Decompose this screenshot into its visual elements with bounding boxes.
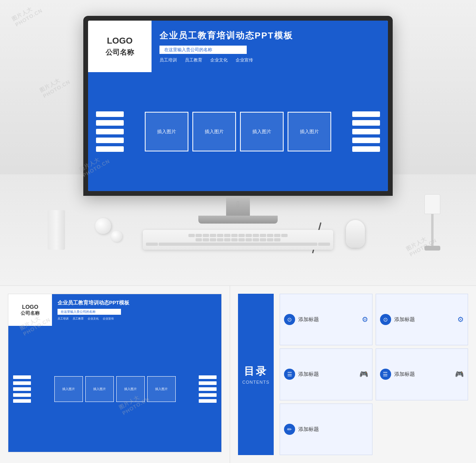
content-item-text-5: 添加标题 [298, 426, 319, 433]
cylinder-vase [48, 210, 65, 250]
key [274, 234, 280, 237]
bottom-right-panel: 目录 CONTENTS ⊙ 添加标题 ⚙ ⊙ 添加标题 ⚙ ☰ 添加标题 🎮 [230, 286, 476, 463]
monitor-body: LOGO 公司名称 企业员工教育培训动态PPT模板 在这里输入贵公司的名称 员工… [83, 16, 393, 196]
key [238, 234, 245, 237]
gear-icon-1: ⚙ [362, 315, 368, 324]
thumb-company: 公司名称 [21, 310, 40, 317]
monitor: LOGO 公司名称 企业员工教育培训动态PPT模板 在这里输入贵公司的名称 员工… [83, 16, 393, 224]
content-empty [376, 404, 468, 455]
key [210, 234, 216, 237]
thumb-logo-text: LOGO [22, 304, 38, 310]
slide-tag-2: 员工教育 [185, 57, 202, 63]
content-item-text-3: 添加标题 [298, 371, 319, 378]
key [217, 238, 223, 241]
decorative-ball-2 [111, 231, 122, 242]
monitor-screen: LOGO 公司名称 企业员工教育培训动态PPT模板 在这里输入贵公司的名称 员工… [88, 21, 388, 191]
slide-tags: 员工培训 员工教育 企业文化 企业宣传 [159, 57, 380, 63]
stripe [352, 146, 380, 152]
key [224, 234, 230, 237]
content-item-5: ✏ 添加标题 [280, 404, 372, 455]
thumb-tag-2: 员工教育 [73, 317, 84, 321]
thumb-stripe [199, 399, 217, 403]
bottom-left-panel: LOGO 公司名称 企业员工教育培训动态PPT模板 在这里输入贵公司的名称 员工… [0, 286, 230, 463]
content-item-text-4: 添加标题 [394, 371, 415, 378]
stripes-right [352, 111, 380, 152]
content-icon-4: ☰ [380, 369, 391, 380]
key [231, 234, 238, 237]
key [318, 243, 330, 246]
stripe [96, 146, 124, 152]
bottom-section: LOGO 公司名称 企业员工教育培训动态PPT模板 在这里输入贵公司的名称 员工… [0, 285, 476, 463]
stripe [96, 129, 124, 134]
slide-tag-1: 员工培训 [159, 57, 177, 63]
slide-main: LOGO 公司名称 企业员工教育培训动态PPT模板 在这里输入贵公司的名称 员工… [88, 21, 388, 191]
thumb-img-3: 插入图片 [116, 376, 145, 402]
thumb-image-grid: 插入图片 插入图片 插入图片 插入图片 [33, 376, 196, 402]
key [260, 238, 266, 241]
contents-main-label-text: 目录 [244, 364, 268, 378]
thumb-stripe [13, 393, 31, 397]
stripe [96, 120, 124, 126]
keyboard-row-3 [146, 243, 330, 246]
slide-title-area: 企业员工教育培训动态PPT模板 在这里输入贵公司的名称 员工培训 员工教育 企业… [152, 21, 388, 72]
slide-logo-box: LOGO 公司名称 [88, 21, 152, 72]
key [196, 234, 202, 237]
side-lamp [420, 194, 444, 258]
thumb-main-title: 企业员工教育培训动态PPT模板 [58, 299, 216, 306]
key [246, 234, 252, 237]
slide-thumbnail: LOGO 公司名称 企业员工教育培训动态PPT模板 在这里输入贵公司的名称 员工… [8, 294, 222, 452]
thumb-stripe [13, 387, 31, 391]
stripe [96, 111, 124, 117]
slide-tag-4: 企业宣传 [236, 57, 253, 63]
thumb-img-2: 插入图片 [85, 376, 114, 402]
content-item-text-1: 添加标题 [298, 316, 319, 323]
image-placeholder-3: 插入图片 [240, 112, 284, 151]
thumb-subtitle: 在这里输入贵公司的名称 [58, 309, 121, 315]
key [203, 238, 209, 241]
slide-main-title: 企业员工教育培训动态PPT模板 [159, 30, 380, 42]
keyboard [143, 230, 333, 250]
key [217, 234, 223, 237]
stripe [96, 138, 124, 143]
lamp-shade [424, 194, 440, 214]
thumb-tag-1: 员工培训 [58, 317, 69, 321]
thumb-header: LOGO 公司名称 企业员工教育培训动态PPT模板 在这里输入贵公司的名称 员工… [8, 294, 221, 326]
stripe [352, 129, 380, 134]
content-item-1: ⊙ 添加标题 ⚙ [280, 294, 372, 345]
image-placeholder-1: 插入图片 [145, 112, 188, 151]
keyboard-row-2 [146, 238, 330, 241]
image-placeholder-2: 插入图片 [192, 112, 236, 151]
content-icon-2: ⊙ [380, 314, 391, 325]
key [253, 238, 259, 241]
thumb-tags: 员工培训 员工教育 企业文化 企业宣传 [58, 317, 216, 321]
slide-logo-text: LOGO [107, 36, 133, 46]
thumb-img-1: 插入图片 [54, 376, 83, 402]
gamepad-icon-1: 🎮 [359, 370, 368, 379]
key [238, 238, 245, 241]
slide-tag-3: 企业文化 [210, 57, 228, 63]
keyboard-row-1 [146, 234, 330, 237]
slide-company-name: 公司名称 [106, 48, 134, 57]
key [274, 238, 280, 241]
top-section: LOGO 公司名称 企业员工教育培训动态PPT模板 在这里输入贵公司的名称 员工… [0, 0, 476, 285]
content-icon-5: ✏ [284, 424, 295, 435]
content-icon-1: ⊙ [284, 314, 295, 325]
thumb-stripe [199, 375, 217, 379]
key [231, 238, 238, 241]
thumb-body: 插入图片 插入图片 插入图片 插入图片 [8, 326, 221, 452]
key [281, 234, 288, 237]
thumb-logo: LOGO 公司名称 [8, 294, 52, 326]
thumb-stripe [13, 375, 31, 379]
image-grid: 插入图片 插入图片 插入图片 插入图片 [127, 112, 349, 151]
slide-body: 插入图片 插入图片 插入图片 插入图片 [88, 72, 388, 191]
content-item-2: ⊙ 添加标题 ⚙ [376, 294, 468, 345]
content-item-3: ☰ 添加标题 🎮 [280, 348, 372, 400]
key [196, 238, 202, 241]
thumb-stripes-right [199, 375, 217, 403]
thumb-stripe [13, 381, 31, 385]
contents-sub-label-text: CONTENTS [242, 380, 270, 385]
content-icon-3: ☰ [284, 369, 295, 380]
key [146, 243, 158, 246]
contents-grid: ⊙ 添加标题 ⚙ ⊙ 添加标题 ⚙ ☰ 添加标题 🎮 ☰ 添加标题 🎮 [280, 294, 468, 455]
key [224, 238, 230, 241]
